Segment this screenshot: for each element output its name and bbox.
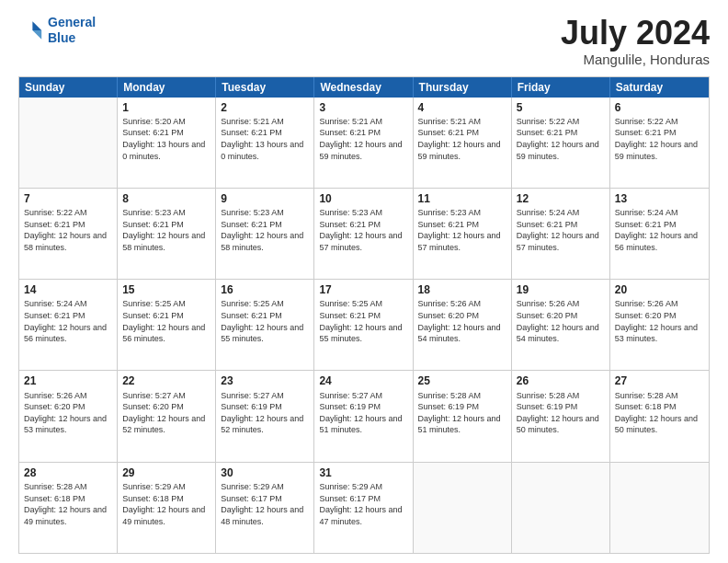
svg-marker-1 xyxy=(32,30,41,40)
calendar-row-1: 7Sunrise: 5:22 AMSunset: 6:21 PMDaylight… xyxy=(19,189,709,280)
day-number: 11 xyxy=(418,191,506,206)
calendar-cell: 2Sunrise: 5:21 AMSunset: 6:21 PMDaylight… xyxy=(216,98,314,188)
calendar: SundayMondayTuesdayWednesdayThursdayFrid… xyxy=(18,76,710,554)
day-info: Sunrise: 5:26 AMSunset: 6:20 PMDaylight:… xyxy=(418,298,506,344)
calendar-row-4: 28Sunrise: 5:28 AMSunset: 6:18 PMDayligh… xyxy=(19,463,709,553)
day-number: 9 xyxy=(221,191,309,206)
header-day-wednesday: Wednesday xyxy=(314,77,413,98)
calendar-cell: 20Sunrise: 5:26 AMSunset: 6:20 PMDayligh… xyxy=(610,280,709,370)
header-day-saturday: Saturday xyxy=(610,77,709,98)
calendar-cell: 12Sunrise: 5:24 AMSunset: 6:21 PMDayligh… xyxy=(512,189,610,279)
day-info: Sunrise: 5:23 AMSunset: 6:21 PMDaylight:… xyxy=(319,207,407,253)
logo-text: General Blue xyxy=(48,15,96,46)
day-info: Sunrise: 5:29 AMSunset: 6:17 PMDaylight:… xyxy=(221,481,309,527)
day-info: Sunrise: 5:27 AMSunset: 6:19 PMDaylight:… xyxy=(221,390,309,436)
calendar-cell: 21Sunrise: 5:26 AMSunset: 6:20 PMDayligh… xyxy=(19,371,118,461)
day-info: Sunrise: 5:24 AMSunset: 6:21 PMDaylight:… xyxy=(24,298,112,344)
calendar-cell: 11Sunrise: 5:23 AMSunset: 6:21 PMDayligh… xyxy=(414,189,512,279)
calendar-row-3: 21Sunrise: 5:26 AMSunset: 6:20 PMDayligh… xyxy=(19,371,709,462)
day-info: Sunrise: 5:22 AMSunset: 6:21 PMDaylight:… xyxy=(615,116,704,162)
header-day-monday: Monday xyxy=(118,77,216,98)
calendar-cell: 23Sunrise: 5:27 AMSunset: 6:19 PMDayligh… xyxy=(216,371,314,461)
day-number: 14 xyxy=(24,282,112,297)
day-number: 23 xyxy=(221,373,309,388)
calendar-cell: 1Sunrise: 5:20 AMSunset: 6:21 PMDaylight… xyxy=(118,98,216,188)
day-info: Sunrise: 5:28 AMSunset: 6:19 PMDaylight:… xyxy=(517,390,605,436)
day-number: 10 xyxy=(319,191,407,206)
day-number: 15 xyxy=(122,282,210,297)
calendar-body: 1Sunrise: 5:20 AMSunset: 6:21 PMDaylight… xyxy=(19,98,709,553)
day-number: 27 xyxy=(615,373,704,388)
day-number: 31 xyxy=(319,465,407,480)
calendar-cell xyxy=(19,98,118,188)
day-number: 3 xyxy=(319,100,407,115)
day-info: Sunrise: 5:24 AMSunset: 6:21 PMDaylight:… xyxy=(517,207,605,253)
main-title: July 2024 xyxy=(561,15,710,52)
calendar-cell: 10Sunrise: 5:23 AMSunset: 6:21 PMDayligh… xyxy=(314,189,413,279)
calendar-cell: 16Sunrise: 5:25 AMSunset: 6:21 PMDayligh… xyxy=(216,280,314,370)
calendar-cell: 3Sunrise: 5:21 AMSunset: 6:21 PMDaylight… xyxy=(314,98,413,188)
header-day-tuesday: Tuesday xyxy=(216,77,314,98)
day-number: 22 xyxy=(122,373,210,388)
calendar-row-0: 1Sunrise: 5:20 AMSunset: 6:21 PMDaylight… xyxy=(19,98,709,189)
day-number: 24 xyxy=(319,373,407,388)
day-info: Sunrise: 5:20 AMSunset: 6:21 PMDaylight:… xyxy=(122,116,210,162)
day-info: Sunrise: 5:23 AMSunset: 6:21 PMDaylight:… xyxy=(122,207,210,253)
day-info: Sunrise: 5:21 AMSunset: 6:21 PMDaylight:… xyxy=(319,116,407,162)
calendar-cell: 26Sunrise: 5:28 AMSunset: 6:19 PMDayligh… xyxy=(512,371,610,461)
calendar-cell: 30Sunrise: 5:29 AMSunset: 6:17 PMDayligh… xyxy=(216,463,314,553)
calendar-cell: 18Sunrise: 5:26 AMSunset: 6:20 PMDayligh… xyxy=(414,280,512,370)
day-info: Sunrise: 5:26 AMSunset: 6:20 PMDaylight:… xyxy=(517,298,605,344)
calendar-cell: 13Sunrise: 5:24 AMSunset: 6:21 PMDayligh… xyxy=(610,189,709,279)
calendar-cell: 29Sunrise: 5:29 AMSunset: 6:18 PMDayligh… xyxy=(118,463,216,553)
calendar-cell: 14Sunrise: 5:24 AMSunset: 6:21 PMDayligh… xyxy=(19,280,118,370)
day-info: Sunrise: 5:23 AMSunset: 6:21 PMDaylight:… xyxy=(418,207,506,253)
header-day-friday: Friday xyxy=(512,77,610,98)
day-info: Sunrise: 5:25 AMSunset: 6:21 PMDaylight:… xyxy=(319,298,407,344)
calendar-cell: 28Sunrise: 5:28 AMSunset: 6:18 PMDayligh… xyxy=(19,463,118,553)
calendar-cell: 7Sunrise: 5:22 AMSunset: 6:21 PMDaylight… xyxy=(19,189,118,279)
calendar-cell: 17Sunrise: 5:25 AMSunset: 6:21 PMDayligh… xyxy=(314,280,413,370)
day-info: Sunrise: 5:29 AMSunset: 6:17 PMDaylight:… xyxy=(319,481,407,527)
page: General Blue July 2024 Mangulile, Hondur… xyxy=(0,0,728,563)
calendar-cell: 5Sunrise: 5:22 AMSunset: 6:21 PMDaylight… xyxy=(512,98,610,188)
day-info: Sunrise: 5:23 AMSunset: 6:21 PMDaylight:… xyxy=(221,207,309,253)
calendar-cell: 4Sunrise: 5:21 AMSunset: 6:21 PMDaylight… xyxy=(414,98,512,188)
svg-marker-0 xyxy=(32,21,41,30)
day-info: Sunrise: 5:26 AMSunset: 6:20 PMDaylight:… xyxy=(615,298,704,344)
subtitle: Mangulile, Honduras xyxy=(561,52,710,67)
calendar-cell: 24Sunrise: 5:27 AMSunset: 6:19 PMDayligh… xyxy=(314,371,413,461)
day-info: Sunrise: 5:22 AMSunset: 6:21 PMDaylight:… xyxy=(517,116,605,162)
day-number: 29 xyxy=(122,465,210,480)
day-number: 12 xyxy=(517,191,605,206)
day-number: 19 xyxy=(517,282,605,297)
day-info: Sunrise: 5:27 AMSunset: 6:19 PMDaylight:… xyxy=(319,390,407,436)
day-number: 6 xyxy=(615,100,704,115)
day-number: 16 xyxy=(221,282,309,297)
day-number: 26 xyxy=(517,373,605,388)
day-info: Sunrise: 5:21 AMSunset: 6:21 PMDaylight:… xyxy=(221,116,309,162)
header: General Blue July 2024 Mangulile, Hondur… xyxy=(18,15,710,67)
calendar-cell: 19Sunrise: 5:26 AMSunset: 6:20 PMDayligh… xyxy=(512,280,610,370)
logo: General Blue xyxy=(18,15,96,46)
day-info: Sunrise: 5:26 AMSunset: 6:20 PMDaylight:… xyxy=(24,390,112,436)
calendar-row-2: 14Sunrise: 5:24 AMSunset: 6:21 PMDayligh… xyxy=(19,280,709,371)
calendar-cell: 15Sunrise: 5:25 AMSunset: 6:21 PMDayligh… xyxy=(118,280,216,370)
calendar-cell: 8Sunrise: 5:23 AMSunset: 6:21 PMDaylight… xyxy=(118,189,216,279)
calendar-cell xyxy=(414,463,512,553)
day-number: 13 xyxy=(615,191,704,206)
day-info: Sunrise: 5:22 AMSunset: 6:21 PMDaylight:… xyxy=(24,207,112,253)
day-info: Sunrise: 5:21 AMSunset: 6:21 PMDaylight:… xyxy=(418,116,506,162)
logo-line2: Blue xyxy=(48,30,75,45)
calendar-cell: 27Sunrise: 5:28 AMSunset: 6:18 PMDayligh… xyxy=(610,371,709,461)
day-number: 28 xyxy=(24,465,112,480)
calendar-cell: 22Sunrise: 5:27 AMSunset: 6:20 PMDayligh… xyxy=(118,371,216,461)
day-info: Sunrise: 5:25 AMSunset: 6:21 PMDaylight:… xyxy=(221,298,309,344)
day-info: Sunrise: 5:25 AMSunset: 6:21 PMDaylight:… xyxy=(122,298,210,344)
calendar-cell: 31Sunrise: 5:29 AMSunset: 6:17 PMDayligh… xyxy=(314,463,413,553)
calendar-cell: 25Sunrise: 5:28 AMSunset: 6:19 PMDayligh… xyxy=(414,371,512,461)
day-info: Sunrise: 5:28 AMSunset: 6:18 PMDaylight:… xyxy=(615,390,704,436)
header-day-thursday: Thursday xyxy=(414,77,512,98)
calendar-cell: 9Sunrise: 5:23 AMSunset: 6:21 PMDaylight… xyxy=(216,189,314,279)
logo-line1: General xyxy=(48,15,96,29)
